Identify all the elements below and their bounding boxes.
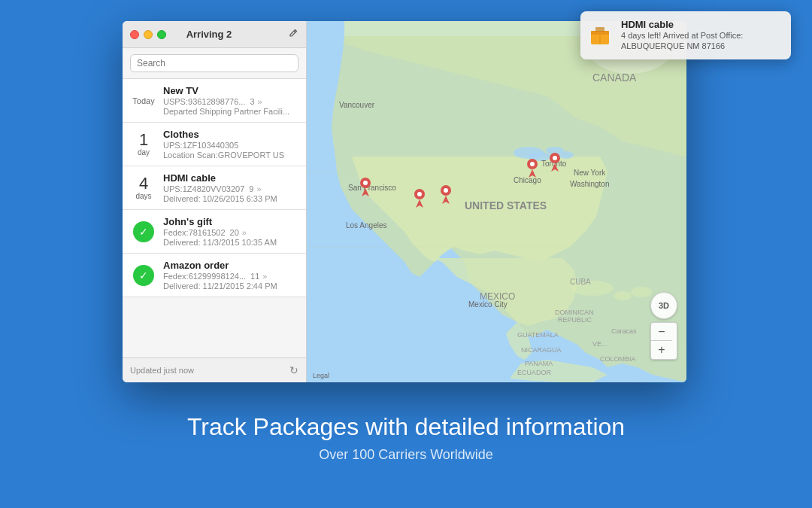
subheadline-text: Over 100 Carriers Worldwide bbox=[0, 447, 812, 463]
notification-popup: HDMI cable 4 days left! Arrived at Post … bbox=[580, 11, 791, 59]
map-legal-text: Legal bbox=[313, 372, 329, 379]
svg-rect-3 bbox=[595, 27, 604, 32]
package-item-new-tv[interactable]: Today New TV USPS:93612898776... 3 » Dep… bbox=[123, 79, 306, 123]
updated-text: Updated just now bbox=[130, 366, 194, 375]
svg-text:PANAMA: PANAMA bbox=[525, 360, 553, 367]
svg-point-36 bbox=[363, 181, 368, 185]
map-3d-button[interactable]: 3D bbox=[650, 292, 677, 319]
package-info-amazon: Amazon order Fedex:61299998124... 11 » D… bbox=[163, 260, 298, 291]
search-input[interactable] bbox=[130, 54, 298, 72]
svg-text:CUBA: CUBA bbox=[570, 278, 591, 286]
svg-text:Los Angeles: Los Angeles bbox=[346, 221, 387, 230]
svg-point-7 bbox=[614, 291, 632, 300]
svg-point-44 bbox=[553, 156, 557, 160]
svg-text:CANADA: CANADA bbox=[592, 71, 637, 84]
notification-title: HDMI cable bbox=[621, 19, 782, 30]
svg-line-4 bbox=[294, 31, 295, 32]
svg-point-42 bbox=[530, 162, 535, 166]
refresh-icon[interactable]: ↻ bbox=[289, 364, 298, 376]
svg-text:Chicago: Chicago bbox=[514, 176, 541, 184]
app-window: Arriving 2 Today New TV bbox=[123, 21, 686, 382]
package-info-hdmi: HDMI cable UPS:1Z4820VV03207 9 » Deliver… bbox=[163, 172, 298, 203]
svg-text:REPUBLIC: REPUBLIC bbox=[558, 316, 592, 324]
package-info-johns-gift: John's gift Fedex:78161502 20 » Delivere… bbox=[163, 216, 298, 247]
package-day-new-tv: Today bbox=[130, 85, 157, 116]
svg-text:ECUADOR: ECUADOR bbox=[517, 369, 552, 376]
svg-text:GUATEMALA: GUATEMALA bbox=[517, 331, 559, 339]
package-info-new-tv: New TV USPS:93612898776... 3 » Departed … bbox=[163, 85, 298, 116]
sidebar-footer: Updated just now ↻ bbox=[123, 357, 306, 382]
zoom-out-button[interactable]: − bbox=[651, 323, 672, 341]
svg-text:DOMINICAN: DOMINICAN bbox=[555, 309, 594, 316]
sidebar: Arriving 2 Today New TV bbox=[123, 21, 307, 382]
svg-text:Mexico City: Mexico City bbox=[468, 300, 508, 309]
map-area: CANADA UNITED STATES MEXICO DOMINICAN RE… bbox=[307, 21, 686, 382]
svg-text:COLOMBIA: COLOMBIA bbox=[600, 355, 636, 363]
notification-icon bbox=[589, 23, 614, 47]
svg-point-13 bbox=[559, 151, 574, 159]
package-day-clothes: 1 day bbox=[130, 129, 157, 160]
notification-content: HDMI cable 4 days left! Arrived at Post … bbox=[621, 19, 782, 52]
svg-text:San Francisco: San Francisco bbox=[348, 184, 396, 192]
package-item-johns-gift[interactable]: ✓ John's gift Fedex:78161502 20 » Delive… bbox=[123, 210, 306, 254]
search-bar bbox=[123, 48, 306, 79]
package-day-hdmi: 4 days bbox=[130, 172, 157, 203]
notification-body: 4 days left! Arrived at Post Office: ALB… bbox=[621, 30, 782, 52]
svg-text:New York: New York bbox=[574, 169, 606, 177]
map-zoom-controls: − + bbox=[650, 322, 677, 360]
map-controls: 3D − + bbox=[650, 292, 677, 360]
package-info-clothes: Clothes UPS:1ZF103440305 Location Scan:G… bbox=[163, 129, 298, 160]
svg-text:Vancouver: Vancouver bbox=[339, 101, 375, 109]
svg-text:UNITED STATES: UNITED STATES bbox=[465, 199, 547, 211]
delivered-checkmark: ✓ bbox=[133, 221, 154, 242]
package-item-clothes[interactable]: 1 day Clothes UPS:1ZF103440305 Location … bbox=[123, 123, 306, 166]
svg-point-8 bbox=[631, 287, 652, 297]
bottom-section: Track Packages with detailed information… bbox=[0, 413, 812, 463]
svg-point-40 bbox=[444, 188, 448, 193]
svg-point-38 bbox=[417, 192, 422, 196]
edit-icon[interactable] bbox=[288, 28, 298, 41]
svg-text:NICARAGUA: NICARAGUA bbox=[521, 346, 562, 354]
titlebar: Arriving 2 bbox=[123, 21, 306, 48]
package-day-johns-gift: ✓ bbox=[130, 216, 157, 247]
package-item-hdmi-cable[interactable]: 4 days HDMI cable UPS:1Z4820VV03207 9 » … bbox=[123, 166, 306, 210]
package-day-amazon: ✓ bbox=[130, 260, 157, 291]
delivered-checkmark-amazon: ✓ bbox=[133, 265, 154, 286]
window-title: Arriving 2 bbox=[136, 29, 282, 40]
package-item-amazon-order[interactable]: ✓ Amazon order Fedex:61299998124... 11 »… bbox=[123, 254, 306, 297]
svg-text:Caracas: Caracas bbox=[611, 327, 637, 335]
svg-text:VE...: VE... bbox=[592, 340, 607, 348]
package-list: Today New TV USPS:93612898776... 3 » Dep… bbox=[123, 79, 306, 357]
headline-text: Track Packages with detailed information bbox=[0, 413, 812, 441]
zoom-in-button[interactable]: + bbox=[651, 341, 672, 359]
svg-text:Washington: Washington bbox=[570, 180, 609, 188]
